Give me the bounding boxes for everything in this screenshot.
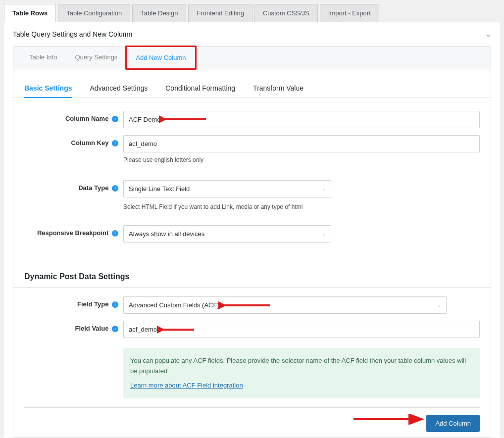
control-field-value: You can populate any ACF fields. Please … (123, 321, 480, 398)
tab-table-configuration[interactable]: Table Configuration (58, 4, 130, 22)
info-icon[interactable]: i (112, 116, 118, 122)
panel-title: Table Query Settings and New Column (13, 30, 132, 38)
column-name-input[interactable] (123, 111, 480, 128)
chevron-down-icon: ⌄ (437, 302, 441, 308)
control-data-type: Single Line Text Field ⌄ Select HTML Fie… (123, 180, 480, 210)
chevron-down-icon: ⌄ (485, 30, 491, 38)
select-value: Single Line Text Field (129, 185, 190, 193)
info-icon[interactable]: i (112, 230, 118, 237)
dynamic-settings-heading: Dynamic Post Data Settings (13, 262, 491, 288)
info-icon[interactable]: i (112, 185, 118, 192)
label-text: Data Type (78, 184, 108, 192)
button-row: Add Column (24, 407, 480, 432)
chevron-down-icon: ⌄ (322, 231, 326, 237)
label-responsive: Responsive Breakpoint i (24, 225, 123, 237)
notice-text: You can populate any ACF fields. Please … (130, 356, 473, 377)
chevron-down-icon: ⌄ (322, 186, 326, 192)
dynamic-form-area: Field Type i Advanced Custom Fields (ACF… (13, 288, 491, 437)
row-data-type: Data Type i Single Line Text Field ⌄ Sel… (24, 180, 480, 210)
inner-tab-query-settings[interactable]: Query Settings (66, 47, 126, 69)
inner-tab-add-new-column[interactable]: Add New Column (125, 46, 196, 70)
info-icon[interactable]: i (112, 326, 118, 332)
tab-frontend-editing[interactable]: Frontend Editing (188, 4, 252, 22)
label-text: Responsive Breakpoint (37, 229, 109, 237)
row-column-name: Column Name i (24, 111, 480, 128)
label-column-name: Column Name i (24, 111, 123, 122)
sub-tabs: Basic Settings Advanced Settings Conditi… (13, 69, 491, 98)
sub-tab-transform-value[interactable]: Transform Value (253, 84, 303, 97)
sub-tab-basic-settings[interactable]: Basic Settings (24, 84, 72, 98)
tab-import-export[interactable]: Import - Export (320, 4, 379, 22)
tab-custom-css-js[interactable]: Custom CSS/JS (254, 4, 318, 22)
data-type-select[interactable]: Single Line Text Field ⌄ (123, 180, 331, 197)
acf-notice: You can populate any ACF fields. Please … (123, 348, 480, 398)
row-field-type: Field Type i Advanced Custom Fields (ACF… (24, 296, 480, 314)
tab-table-rows[interactable]: Table Rows (4, 4, 56, 22)
tab-table-design[interactable]: Table Design (132, 4, 186, 22)
control-responsive: Always show in all devices ⌄ (123, 225, 480, 243)
label-field-value: Field Value i (24, 321, 123, 332)
field-type-select[interactable]: Advanced Custom Fields (ACF) ⌄ (123, 296, 447, 314)
label-text: Column Name (65, 115, 108, 122)
select-value: Advanced Custom Fields (ACF) (129, 301, 219, 309)
label-column-key: Column Key i (24, 135, 123, 146)
inner-panel: Table Info Query Settings Add New Column… (13, 46, 491, 438)
row-column-key: Column Key i Please use english letters … (24, 135, 480, 163)
control-column-key: Please use english letters only (123, 135, 480, 163)
add-column-button[interactable]: Add Column (426, 415, 480, 432)
row-responsive: Responsive Breakpoint i Always show in a… (24, 225, 480, 243)
responsive-select[interactable]: Always show in all devices ⌄ (123, 225, 331, 243)
label-text: Field Type (77, 300, 108, 308)
inner-tab-table-info[interactable]: Table Info (20, 47, 66, 69)
main-container: Table Rows Table Configuration Table Des… (0, 0, 504, 438)
info-icon[interactable]: i (112, 140, 118, 146)
panel: Table Query Settings and New Column ⌄ Ta… (4, 22, 500, 438)
field-value-input[interactable] (123, 321, 480, 338)
select-value: Always show in all devices (129, 230, 204, 238)
outer-tabs: Table Rows Table Configuration Table Des… (0, 0, 504, 22)
help-data-type: Select HTML Field if you want to add Lin… (123, 203, 480, 210)
row-field-value: Field Value i You can populate any ACF f… (24, 321, 480, 398)
acf-learn-more-link[interactable]: Learn more about ACF Field integration (130, 381, 243, 391)
control-column-name (123, 111, 480, 128)
label-field-type: Field Type i (24, 296, 123, 308)
inner-tabs: Table Info Query Settings Add New Column (13, 47, 491, 69)
info-icon[interactable]: i (112, 301, 118, 308)
panel-header[interactable]: Table Query Settings and New Column ⌄ (4, 22, 500, 46)
label-text: Field Value (75, 325, 108, 332)
label-text: Column Key (71, 139, 109, 146)
help-column-key: Please use english letters only (123, 156, 480, 163)
form-area: Column Name i Column Key i (13, 98, 491, 252)
column-key-input[interactable] (123, 135, 480, 152)
sub-tab-advanced-settings[interactable]: Advanced Settings (90, 84, 148, 97)
label-data-type: Data Type i (24, 180, 123, 192)
control-field-type: Advanced Custom Fields (ACF) ⌄ (123, 296, 480, 314)
sub-tab-conditional-formatting[interactable]: Conditional Formatting (165, 84, 235, 97)
